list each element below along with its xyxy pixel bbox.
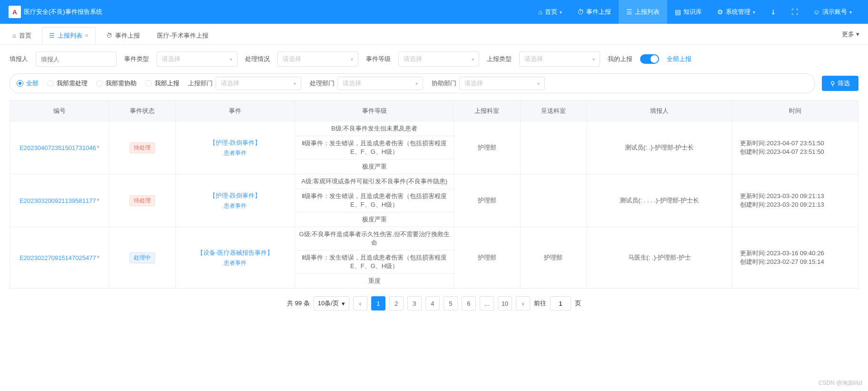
fullscreen-icon: ⛶ bbox=[791, 8, 798, 16]
page-2[interactable]: 2 bbox=[389, 296, 404, 311]
chevron-down-icon: ▾ bbox=[560, 10, 562, 15]
col-rdept: 上报科室 bbox=[454, 100, 520, 121]
goto-input[interactable] bbox=[550, 296, 571, 311]
home-icon: ⌂ bbox=[12, 32, 16, 39]
level-select[interactable]: 请选择▾ bbox=[398, 51, 479, 67]
event-link[interactable]: 【设备-医疗器械报告事件】 bbox=[179, 249, 291, 257]
page-6[interactable]: 6 bbox=[462, 296, 476, 311]
handle-dept-select[interactable]: 请选择▾ bbox=[337, 77, 423, 90]
page-size-select[interactable]: 10条/页▾ bbox=[314, 296, 349, 311]
tab-home[interactable]: ⌂首页 bbox=[6, 28, 38, 44]
nav-user[interactable]: ☺演示账号▾ bbox=[806, 0, 859, 24]
radio-assist[interactable]: 我部需协助 bbox=[96, 79, 137, 88]
event-sub-link[interactable]: 患者事件 bbox=[179, 149, 291, 157]
event-link[interactable]: 【护理-跌倒事件】 bbox=[179, 139, 291, 147]
code-link[interactable]: E202303200921139581177 bbox=[20, 197, 96, 204]
status-select[interactable]: 请选择▾ bbox=[277, 51, 358, 67]
page-10[interactable]: 10 bbox=[498, 296, 512, 311]
level-label: 事件等级 bbox=[366, 55, 391, 63]
clock-icon: ⏱ bbox=[106, 32, 112, 39]
chevron-down-icon: ▾ bbox=[592, 57, 595, 62]
assist-dept-select[interactable]: 请选择▾ bbox=[459, 77, 545, 90]
nav-fullscreen[interactable]: ⛶ bbox=[784, 0, 806, 24]
reporter-input[interactable] bbox=[36, 51, 117, 67]
time-cell: 更新时间:2023-04-07 23:51:50创建时间:2023-04-07 … bbox=[732, 121, 858, 174]
next-page[interactable]: › bbox=[516, 296, 530, 311]
page-3[interactable]: 3 bbox=[407, 296, 422, 311]
handle-dept: 处理部门请选择▾ bbox=[310, 77, 423, 90]
col-code: 编号 bbox=[10, 100, 109, 121]
nav-home[interactable]: ⌂首页▾ bbox=[531, 0, 569, 24]
status-tag: 待处理 bbox=[129, 142, 155, 153]
tab-report[interactable]: ⏱事件上报 bbox=[99, 28, 147, 44]
chevron-down-icon: ▾ bbox=[415, 81, 418, 86]
content-area: 填报人 事件类型 请选择▾ 处理情况 请选择▾ 事件等级 请选择▾ 上报类型 请… bbox=[0, 45, 868, 320]
col-event: 事件 bbox=[176, 100, 295, 121]
rtype-select[interactable]: 请选择▾ bbox=[519, 51, 600, 67]
book-icon: ▤ bbox=[675, 8, 681, 16]
level-text: Ⅱ级事件：发生错误，且造成患者伤害（包括损害程度E、F、G、H级） bbox=[295, 189, 454, 212]
prev-page[interactable]: ‹ bbox=[353, 296, 367, 311]
time-cell: 更新时间:2023-03-20 09:21:13创建时间:2023-03-20 … bbox=[732, 174, 858, 227]
page-4[interactable]: 4 bbox=[425, 296, 440, 311]
rdept-cell: 护理部 bbox=[454, 227, 520, 289]
page-5[interactable]: 5 bbox=[444, 296, 458, 311]
table-row: E202302270915147025477*处理中【设备-医疗器械报告事件】患… bbox=[10, 227, 858, 289]
goto-label: 前往 bbox=[534, 299, 546, 308]
report-table: 编号 事件状态 事件 事件等级 上报科室 呈送科室 填报人 时间 E202304… bbox=[10, 100, 858, 289]
chevron-down-icon: ▾ bbox=[342, 300, 345, 307]
nav-report[interactable]: ⏱事件上报 bbox=[570, 0, 619, 24]
chevron-down-icon: ▾ bbox=[856, 30, 859, 38]
download-icon: ⤓ bbox=[770, 8, 776, 16]
code-link[interactable]: E202302270915147025477 bbox=[20, 254, 96, 261]
chevron-down-icon: ▾ bbox=[753, 10, 755, 15]
status-tag: 处理中 bbox=[129, 252, 155, 263]
level-text: Ⅱ级事件：发生错误，且造成患者伤害（包括损害程度E、F、G、H级） bbox=[295, 136, 454, 160]
report-dept: 上报部门请选择▾ bbox=[188, 77, 301, 90]
table-row: E202303200921139581177*待处理【护理-跌倒事件】患者事件A… bbox=[10, 174, 858, 227]
time-cell: 更新时间:2023-03-16 09:40:26创建时间:2023-02-27 … bbox=[732, 227, 858, 289]
col-level: 事件等级 bbox=[295, 100, 454, 121]
page-1[interactable]: 1 bbox=[371, 296, 385, 311]
page-...[interactable]: ... bbox=[480, 296, 494, 311]
col-status: 事件状态 bbox=[109, 100, 175, 121]
close-icon[interactable]: × bbox=[85, 32, 89, 39]
filter-bar: 填报人 事件类型 请选择▾ 处理情况 请选择▾ 事件等级 请选择▾ 上报类型 请… bbox=[10, 51, 858, 67]
level-text: 极度严重 bbox=[295, 160, 454, 174]
radio-mine[interactable]: 我部上报 bbox=[145, 79, 179, 88]
status-tag: 待处理 bbox=[129, 195, 155, 206]
tab-list[interactable]: ☰上报列表× bbox=[42, 27, 96, 44]
event-link[interactable]: 【护理-跌倒事件】 bbox=[179, 191, 291, 200]
total-count: 共 99 条 bbox=[287, 299, 310, 308]
nav-sys[interactable]: ⚙系统管理▾ bbox=[710, 0, 763, 24]
nav-kb[interactable]: ▤知识库 bbox=[667, 0, 710, 24]
sdept-cell bbox=[520, 121, 586, 174]
tabs-more[interactable]: 更多 ▾ bbox=[842, 30, 864, 39]
search-icon: ⚲ bbox=[830, 80, 835, 87]
filter-button[interactable]: ⚲筛选 bbox=[822, 76, 858, 91]
nav-download[interactable]: ⤓ bbox=[763, 0, 784, 24]
filter-bar-2: 全部 我部需处理 我部需协助 我部上报 上报部门请选择▾ 处理部门请选择▾ 协助… bbox=[10, 73, 858, 93]
app-title: 医疗安全(不良)事件报告系统 bbox=[24, 8, 102, 16]
list-icon: ☰ bbox=[626, 8, 632, 16]
report-dept-select[interactable]: 请选择▾ bbox=[216, 77, 301, 90]
level-text: A级:客观环境或条件可能引发不良事件(不良事件隐患) bbox=[295, 174, 454, 189]
nav-list[interactable]: ☰上报列表 bbox=[619, 0, 667, 24]
event-sub-link[interactable]: 患者事件 bbox=[179, 202, 291, 210]
all-report-link[interactable]: 全部上报 bbox=[667, 55, 691, 63]
col-sdept: 呈送科室 bbox=[520, 100, 586, 121]
tab-surgery[interactable]: 医疗-手术事件上报 bbox=[150, 28, 215, 44]
type-label: 事件类型 bbox=[124, 55, 149, 63]
level-text: B级:不良事件发生但未累及患者 bbox=[295, 121, 454, 136]
radio-need[interactable]: 我部需处理 bbox=[47, 79, 88, 88]
level-text: 重度 bbox=[295, 274, 454, 288]
event-sub-link[interactable]: 患者事件 bbox=[179, 259, 291, 267]
status-label: 处理情况 bbox=[245, 55, 270, 63]
sdept-cell bbox=[520, 174, 586, 227]
mine-label: 我的上报 bbox=[608, 55, 632, 63]
tabs-bar: ⌂首页 ☰上报列表× ⏱事件上报 医疗-手术事件上报 更多 ▾ bbox=[0, 24, 868, 45]
type-select[interactable]: 请选择▾ bbox=[157, 51, 237, 67]
mine-toggle[interactable] bbox=[640, 54, 659, 64]
radio-all[interactable]: 全部 bbox=[17, 79, 39, 88]
code-link[interactable]: E202304072351501731046 bbox=[20, 144, 96, 151]
